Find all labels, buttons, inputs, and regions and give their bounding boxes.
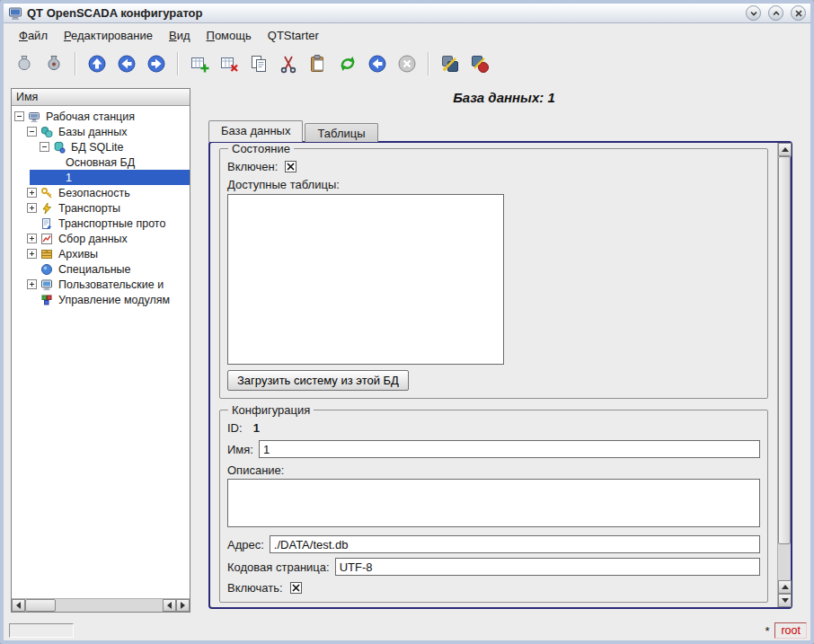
tree-header[interactable]: Имя (12, 89, 190, 106)
back-button[interactable] (113, 50, 140, 77)
scroll-down-button[interactable] (778, 594, 792, 607)
expand-icon[interactable] (27, 203, 37, 213)
menu-view[interactable]: Вид (161, 26, 199, 45)
tables-listbox[interactable] (227, 194, 504, 365)
scroll-viewport: Состояние Включен: Доступные таблицы: За… (212, 143, 775, 605)
stop-button[interactable] (394, 50, 420, 77)
forward-button[interactable] (143, 50, 170, 77)
pane-vertical-scrollbar[interactable] (777, 143, 791, 607)
tab-tables[interactable]: Таблицы (305, 123, 377, 142)
scroll-thumb[interactable] (25, 599, 56, 612)
tree-item-sqlite[interactable]: БД SQLite (12, 139, 190, 154)
app-window: QT OpenSCADA конфигуратор Файл Редактиро… (0, 0, 814, 644)
transport-icon (40, 202, 54, 215)
expand-icon[interactable] (27, 188, 37, 198)
expand-icon[interactable] (27, 249, 37, 259)
enable-checkbox[interactable] (290, 582, 302, 594)
scroll-thumb[interactable] (778, 156, 791, 544)
scroll-left-button[interactable] (12, 599, 25, 612)
navigation-tree-panel: Имя Рабочая станция Базы данных (11, 88, 190, 613)
start-button[interactable] (364, 50, 391, 77)
paste-button[interactable] (305, 50, 332, 77)
menu-edit[interactable]: Редактирование (56, 26, 161, 45)
archive-icon (40, 248, 54, 260)
codepage-input[interactable] (335, 558, 760, 576)
scroll-left-button[interactable] (163, 599, 176, 612)
menu-file[interactable]: Файл (11, 26, 56, 45)
collapse-icon[interactable] (40, 142, 49, 152)
expander-placeholder (52, 157, 62, 167)
expand-icon[interactable] (27, 234, 37, 243)
name-label: Имя: (227, 443, 253, 456)
content-panel: База данных: 1 База данных Таблицы Состо… (198, 88, 810, 613)
id-row: ID: 1 (227, 421, 760, 435)
start-icon (367, 54, 387, 74)
qtstarter-icon (470, 54, 490, 74)
tree-item-daq[interactable]: Сбор данных (12, 231, 190, 246)
security-icon (40, 187, 54, 199)
codepage-row: Кодовая страница: (227, 558, 760, 576)
up-button[interactable] (84, 50, 111, 77)
tab-database[interactable]: База данных (208, 120, 303, 142)
page-title: База данных: 1 (198, 90, 810, 105)
configurator-button[interactable] (437, 50, 464, 77)
enabled-checkbox[interactable] (285, 161, 296, 172)
save-db-button[interactable] (40, 50, 67, 77)
app-icon (8, 6, 22, 21)
menu-qtstarter[interactable]: QTStarter (260, 26, 327, 45)
refresh-icon (338, 54, 358, 74)
expander-placeholder (27, 295, 37, 304)
config-groupbox: Конфигурация ID: 1 Имя: Описание: Адрес (219, 410, 768, 603)
cut-button[interactable] (275, 50, 302, 77)
close-icon (794, 9, 803, 18)
qtstarter-button[interactable] (466, 50, 493, 77)
name-input[interactable] (259, 440, 760, 458)
scroll-up-button[interactable] (778, 143, 792, 156)
tree-item-module-management[interactable]: Управление модулям (12, 292, 190, 307)
refresh-button[interactable] (334, 50, 361, 77)
scroll-track[interactable] (25, 599, 163, 612)
tree-item-special[interactable]: Специальные (12, 261, 190, 277)
enabled-label: Включен: (227, 160, 278, 173)
collapse-icon[interactable] (14, 111, 24, 121)
tabbar: База данных Таблицы (208, 120, 378, 142)
tree-item-workstation[interactable]: Рабочая станция (12, 109, 190, 124)
unshade-button[interactable] (768, 5, 783, 21)
tree-item-protocols[interactable]: Транспортные прото (12, 216, 190, 231)
close-button[interactable] (791, 5, 806, 21)
titlebar[interactable]: QT OpenSCADA конфигуратор (4, 4, 810, 23)
tree-item-transports[interactable]: Транспорты (12, 200, 190, 216)
collapse-icon[interactable] (27, 127, 37, 137)
address-input[interactable] (270, 535, 760, 553)
description-input[interactable] (227, 479, 760, 527)
sqlite-db-icon (53, 141, 66, 154)
shade-button[interactable] (746, 5, 761, 21)
toolbar-separator (75, 52, 76, 75)
databases-icon (40, 126, 54, 138)
load-db-button[interactable] (11, 50, 38, 77)
tree-item-user-interfaces[interactable]: Пользовательские и (12, 277, 190, 292)
load-system-button[interactable]: Загрузить систему из этой БД (227, 370, 409, 391)
tree-item-databases[interactable]: Базы данных (12, 124, 190, 139)
copy-button[interactable] (245, 50, 272, 77)
check-x-icon (292, 584, 300, 592)
expander-placeholder (27, 218, 37, 228)
menu-help[interactable]: Помощь (199, 26, 260, 45)
tree-item-archives[interactable]: Архивы (12, 246, 190, 261)
tree-item-main-db[interactable]: Основная БД (12, 154, 190, 170)
check-x-icon (287, 163, 295, 171)
workstation-icon (28, 110, 41, 123)
cut-icon (279, 54, 298, 74)
scroll-right-button[interactable] (176, 599, 190, 612)
tree-item-security[interactable]: Безопасность (12, 185, 190, 200)
paste-icon (308, 54, 328, 74)
arrow-up-icon (87, 54, 107, 74)
tables-label-row: Доступные таблицы: (227, 178, 760, 191)
scroll-track[interactable] (778, 156, 791, 580)
add-item-button[interactable] (186, 50, 213, 77)
tree-item-db-1[interactable]: 1 (12, 170, 190, 185)
scroll-up-button[interactable] (778, 580, 792, 594)
delete-item-button[interactable] (216, 50, 243, 77)
tree-horizontal-scrollbar[interactable] (12, 598, 190, 612)
expand-icon[interactable] (27, 279, 37, 289)
